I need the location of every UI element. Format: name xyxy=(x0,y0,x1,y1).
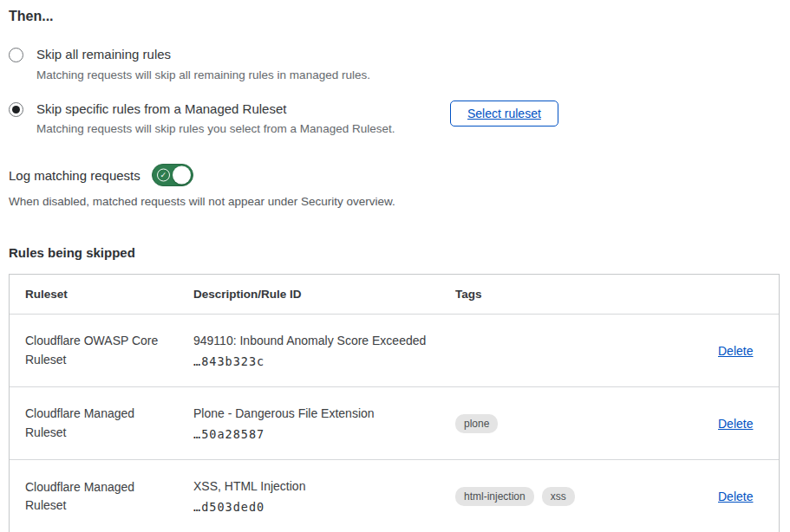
delete-link[interactable]: Delete xyxy=(718,344,753,358)
rule-description: Plone - Dangerous File Extension xyxy=(193,406,431,420)
rule-description: 949110: Inbound Anomaly Score Exceeded xyxy=(193,334,431,347)
actions-cell: Delete xyxy=(702,479,780,514)
delete-link[interactable]: Delete xyxy=(718,417,753,431)
radio-skip-specific-description: Matching requests will skip rules you se… xyxy=(36,121,450,138)
radio-skip-all-label: Skip all remaining rules xyxy=(36,45,370,64)
rule-id: …843b323c xyxy=(193,354,431,368)
table-row: Cloudflare Managed Ruleset Plone - Dange… xyxy=(10,387,779,460)
radio-skip-all-description: Matching requests will skip all remainin… xyxy=(36,68,370,84)
waf-rule-then-panel: Then... Skip all remaining rules Matchin… xyxy=(9,9,780,532)
rule-description: XSS, HTML Injection xyxy=(193,479,431,493)
ruleset-cell: Cloudflare Managed Ruleset xyxy=(10,394,174,452)
ruleset-cell: Cloudflare OWASP Core Ruleset xyxy=(10,321,174,380)
log-matching-label: Log matching requests xyxy=(9,168,140,183)
tag-pill: plone xyxy=(455,414,498,433)
radio-option-skip-all: Skip all remaining rules Matching reques… xyxy=(9,45,780,84)
toggle-knob xyxy=(173,166,191,185)
skipped-rules-table: Ruleset Description/Rule ID Tags Cloudfl… xyxy=(9,274,780,532)
log-matching-description: When disabled, matched requests will not… xyxy=(9,195,780,208)
column-header-tags: Tags xyxy=(440,275,702,314)
skipped-rules-heading: Rules being skipped xyxy=(9,245,780,260)
radio-skip-specific-label: Skip specific rules from a Managed Rules… xyxy=(36,100,450,119)
ruleset-cell: Cloudflare Managed Ruleset xyxy=(10,468,174,526)
tag-pill: html-injection xyxy=(455,487,534,506)
description-cell: Plone - Dangerous File Extension …50a285… xyxy=(178,396,440,451)
radio-skip-specific[interactable] xyxy=(9,102,23,117)
rule-id: …d503ded0 xyxy=(193,500,431,514)
log-matching-toggle[interactable]: ✓ xyxy=(152,164,193,186)
actions-cell: Delete xyxy=(702,406,780,441)
tags-cell: html-injectionxss xyxy=(440,477,702,516)
check-icon: ✓ xyxy=(157,169,170,182)
column-header-ruleset: Ruleset xyxy=(10,275,178,314)
radio-skip-all[interactable] xyxy=(9,48,23,62)
table-row: Cloudflare Managed Ruleset XSS, HTML Inj… xyxy=(10,460,779,532)
then-heading: Then... xyxy=(9,9,780,24)
tag-pill: xss xyxy=(542,487,575,506)
radio-option-skip-specific: Skip specific rules from a Managed Rules… xyxy=(9,100,780,139)
table-header-row: Ruleset Description/Rule ID Tags xyxy=(10,275,779,315)
description-cell: XSS, HTML Injection …d503ded0 xyxy=(178,469,440,524)
actions-cell: Delete xyxy=(702,334,780,368)
delete-link[interactable]: Delete xyxy=(718,490,753,503)
column-header-description: Description/Rule ID xyxy=(178,275,440,314)
tags-cell xyxy=(440,341,702,361)
table-row: Cloudflare OWASP Core Ruleset 949110: In… xyxy=(10,315,779,387)
rule-id: …50a28587 xyxy=(193,427,431,441)
description-cell: 949110: Inbound Anomaly Score Exceeded …… xyxy=(178,323,440,379)
column-header-actions xyxy=(702,275,779,314)
table-body: Cloudflare OWASP Core Ruleset 949110: In… xyxy=(10,315,779,532)
log-matching-row: Log matching requests ✓ xyxy=(9,164,780,186)
select-ruleset-button[interactable]: Select ruleset xyxy=(450,101,558,127)
tags-cell: plone xyxy=(440,404,702,444)
